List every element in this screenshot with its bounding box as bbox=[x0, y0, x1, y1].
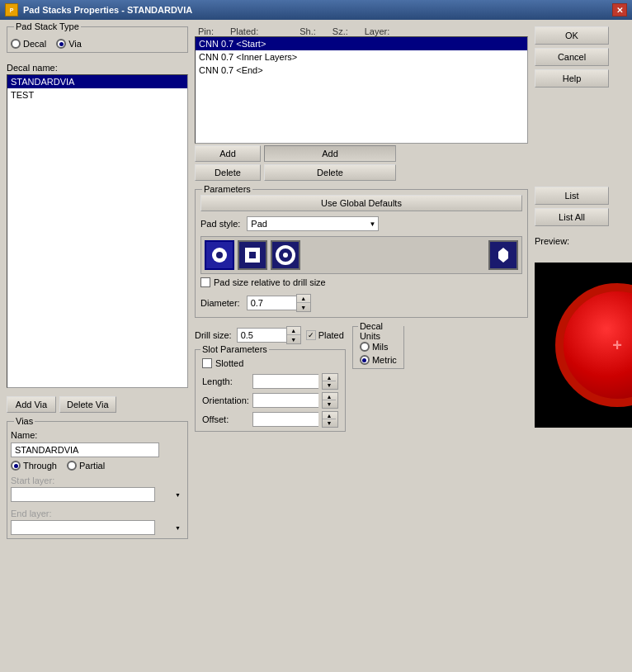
plated-col: Plated: bbox=[230, 26, 258, 36]
length-up[interactable]: ▲ bbox=[323, 374, 336, 381]
length-input[interactable] bbox=[252, 374, 318, 389]
crosshair-symbol: + bbox=[612, 336, 622, 355]
partial-radio-indicator bbox=[67, 461, 77, 471]
layer-item-end[interactable]: CNN 0.7 <End> bbox=[196, 64, 527, 77]
preview-area: + bbox=[535, 263, 632, 428]
pad-style-label: Pad style: bbox=[200, 219, 240, 229]
circle-pad-icon[interactable] bbox=[205, 240, 234, 270]
start-layer-label: Start layer: bbox=[11, 476, 184, 485]
mils-label: Mils bbox=[372, 342, 389, 352]
offset-down[interactable]: ▼ bbox=[323, 419, 336, 427]
delete-left-button[interactable]: Delete bbox=[195, 164, 261, 181]
offset-label: Offset: bbox=[202, 414, 249, 424]
delete-right-button[interactable]: Delete bbox=[264, 164, 396, 181]
app-icon: P bbox=[5, 3, 18, 17]
vias-name-input[interactable] bbox=[11, 442, 159, 457]
pad-size-relative-label: Pad size relative to drill size bbox=[214, 277, 326, 287]
decal-list-item-standardvia[interactable]: STANDARDVIA bbox=[7, 75, 187, 88]
list-all-button[interactable]: List All bbox=[535, 208, 609, 226]
pad-size-relative-checkbox[interactable] bbox=[200, 277, 210, 287]
partial-radio-label: Partial bbox=[79, 461, 105, 471]
svg-rect-3 bbox=[249, 252, 256, 258]
layers-list[interactable]: CNN 0.7 <Start> CNN 0.7 <Inner Layers> C… bbox=[195, 36, 528, 144]
decal-units-label: Decal Units bbox=[358, 321, 403, 341]
cancel-button[interactable]: Cancel bbox=[535, 48, 609, 66]
sh-col: Sh.: bbox=[299, 26, 316, 36]
slotted-checkbox[interactable] bbox=[202, 358, 212, 368]
decal-radio-indicator bbox=[11, 39, 21, 49]
length-down[interactable]: ▼ bbox=[323, 381, 336, 389]
drill-size-input[interactable] bbox=[237, 328, 286, 343]
plated-label: Plated bbox=[318, 330, 344, 340]
add-via-button[interactable]: Add Via bbox=[7, 396, 56, 413]
offset-input[interactable] bbox=[252, 412, 318, 427]
slotted-label: Slotted bbox=[215, 358, 243, 368]
decal-radio[interactable]: Decal bbox=[11, 39, 46, 49]
drill-down-button[interactable]: ▼ bbox=[287, 335, 300, 343]
vias-name-label: Name: bbox=[11, 430, 37, 440]
add-left-button[interactable]: Add bbox=[195, 145, 261, 162]
slot-params-label: Slot Parameters bbox=[200, 344, 269, 354]
through-radio-indicator bbox=[11, 461, 21, 471]
end-layer-select[interactable] bbox=[11, 520, 155, 535]
add-right-button[interactable]: Add bbox=[264, 145, 396, 162]
diameter-input[interactable] bbox=[247, 296, 296, 310]
svg-point-1 bbox=[216, 252, 223, 258]
diameter-up-button[interactable]: ▲ bbox=[297, 295, 310, 303]
orientation-up[interactable]: ▲ bbox=[323, 393, 336, 400]
pin-header: Pin: Plated: Sh.: Sz.: Layer: bbox=[195, 26, 528, 36]
list-button[interactable]: List bbox=[535, 187, 609, 205]
title-bar: P Pad Stacks Properties - STANDARDVIA ✕ bbox=[0, 0, 632, 20]
svg-point-5 bbox=[283, 253, 288, 258]
start-layer-select[interactable] bbox=[11, 487, 155, 502]
ok-button[interactable]: OK bbox=[535, 26, 609, 45]
drill-size-label: Drill size: bbox=[195, 330, 232, 340]
metric-label: Metric bbox=[372, 355, 397, 365]
vias-group-label: Vias bbox=[14, 416, 35, 426]
decal-name-label: Decal name: bbox=[7, 63, 188, 73]
diameter-down-button[interactable]: ▼ bbox=[297, 303, 310, 311]
length-label: Length: bbox=[202, 376, 249, 386]
layer-col: Layer: bbox=[365, 26, 390, 36]
via-radio[interactable]: Via bbox=[56, 39, 82, 49]
end-layer-label: End layer: bbox=[11, 509, 184, 518]
through-radio[interactable]: Through bbox=[11, 461, 57, 471]
via-radio-indicator bbox=[56, 39, 66, 49]
decal-list-item-test[interactable]: TEST bbox=[7, 88, 187, 102]
diameter-spinner[interactable]: ▲ ▼ bbox=[247, 294, 311, 312]
parameters-label: Parameters bbox=[202, 184, 252, 194]
metric-radio-indicator bbox=[360, 355, 370, 365]
via-radio-label: Via bbox=[68, 39, 82, 49]
layer-item-inner[interactable]: CNN 0.7 <Inner Layers> bbox=[196, 50, 527, 64]
mils-radio[interactable]: Mils bbox=[360, 342, 397, 352]
through-radio-label: Through bbox=[23, 461, 57, 471]
pad-icons-container bbox=[200, 236, 522, 274]
layer-item-start[interactable]: CNN 0.7 <Start> bbox=[196, 37, 527, 50]
window-title: Pad Stacks Properties - STANDARDVIA bbox=[23, 5, 192, 15]
mils-radio-indicator bbox=[360, 342, 370, 352]
metric-radio[interactable]: Metric bbox=[360, 355, 397, 365]
square-pad-icon[interactable] bbox=[238, 240, 267, 270]
pin-col: Pin: bbox=[198, 26, 214, 36]
orientation-input[interactable] bbox=[252, 393, 318, 408]
drill-up-button[interactable]: ▲ bbox=[287, 327, 300, 335]
delete-via-button[interactable]: Delete Via bbox=[59, 396, 116, 413]
pad-stack-type-label: Pad Stack Type bbox=[14, 21, 81, 31]
sz-col: Sz.: bbox=[333, 26, 348, 36]
diameter-label: Diameter: bbox=[200, 298, 240, 308]
pad-style-select[interactable]: Pad Thermal Relief Anti Pad bbox=[247, 216, 379, 231]
plated-checkbox-row[interactable]: ✓ Plated bbox=[306, 330, 344, 340]
offset-up[interactable]: ▲ bbox=[323, 412, 336, 419]
use-global-defaults-button[interactable]: Use Global Defaults bbox=[200, 195, 522, 211]
plated-checkbox[interactable]: ✓ bbox=[306, 330, 316, 340]
preview-label: Preview: bbox=[535, 236, 625, 246]
decal-list[interactable]: STANDARDVIA TEST bbox=[7, 74, 188, 388]
partial-radio[interactable]: Partial bbox=[67, 461, 105, 471]
orientation-label: Orientation: bbox=[202, 395, 249, 405]
other-pad-icon[interactable] bbox=[488, 240, 518, 270]
annular-pad-icon[interactable] bbox=[271, 240, 300, 270]
orientation-down[interactable]: ▼ bbox=[323, 400, 336, 408]
help-button[interactable]: Help bbox=[535, 69, 609, 88]
decal-radio-label: Decal bbox=[23, 39, 46, 49]
close-button[interactable]: ✕ bbox=[612, 3, 627, 17]
